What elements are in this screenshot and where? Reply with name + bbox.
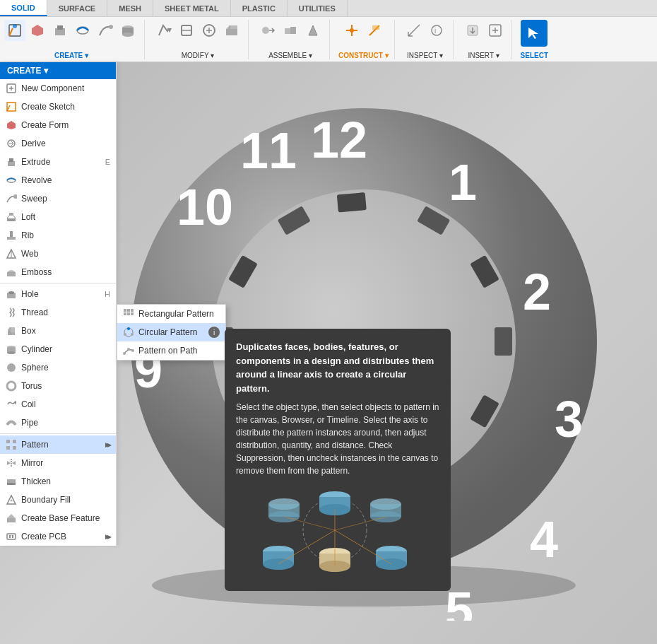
circular-pattern-icon — [123, 327, 134, 338]
menu-web[interactable]: Web — [0, 245, 116, 263]
cylinder-icon[interactable] — [117, 20, 138, 41]
revolve-icon[interactable] — [72, 20, 93, 41]
insert-icon-2[interactable] — [485, 20, 506, 41]
cylinder-menu-icon — [6, 344, 17, 355]
pipe-icon — [6, 417, 17, 428]
svg-line-61 — [7, 216, 9, 218]
derive-label: Derive — [21, 139, 46, 148]
create-label[interactable]: CREATE ▾ — [54, 52, 88, 59]
cylinder-label: Cylinder — [21, 344, 52, 354]
menu-loft[interactable]: Loft — [0, 208, 116, 226]
svg-text:2: 2 — [523, 264, 551, 320]
menu-rib[interactable]: Rib — [0, 226, 116, 245]
modify-label[interactable]: MODIFY ▾ — [182, 52, 214, 59]
svg-point-95 — [124, 333, 126, 336]
inspect-icon-2[interactable]: i — [426, 20, 447, 41]
inspect-icon-1[interactable] — [403, 20, 425, 41]
rib-icon — [6, 230, 17, 241]
menu-box[interactable]: Box — [0, 322, 116, 340]
svg-point-93 — [127, 327, 130, 330]
menu-emboss[interactable]: Emboss — [0, 263, 116, 281]
menu-sphere[interactable]: Sphere — [0, 358, 116, 377]
hole-shortcut: H — [105, 290, 110, 298]
menu-cylinder[interactable]: Cylinder — [0, 340, 116, 358]
submenu-pattern-on-path[interactable]: Pattern on Path — [117, 341, 225, 360]
menu-torus[interactable]: Torus — [0, 377, 116, 395]
menu-boundary-fill[interactable]: Boundary Fill — [0, 491, 116, 509]
menu-create-form[interactable]: Create Form — [0, 116, 116, 134]
menu-mirror[interactable]: Mirror — [0, 454, 116, 472]
menu-coil[interactable]: Coil — [0, 395, 116, 414]
assemble-label-text: ASSEMBLE ▾ — [268, 52, 312, 59]
assemble-icon-1[interactable] — [257, 20, 278, 41]
construct-icon-2[interactable] — [364, 20, 385, 41]
svg-text:10: 10 — [177, 179, 233, 235]
construct-label[interactable]: CONSTRUCT ▾ — [338, 52, 389, 59]
tab-utilities[interactable]: UTILITIES — [288, 0, 348, 16]
create-label-text: CREATE ▾ — [54, 52, 88, 59]
menu-pipe[interactable]: Pipe — [0, 414, 116, 432]
tab-mesh[interactable]: MESH — [107, 0, 153, 16]
menu-thicken[interactable]: Thicken — [0, 472, 116, 491]
menu-pattern[interactable]: Pattern ▶ — [0, 435, 116, 454]
menu-new-component[interactable]: New Component — [0, 79, 116, 98]
tab-surface[interactable]: SURFACE — [47, 0, 108, 16]
svg-rect-66 — [7, 272, 16, 276]
select-icon[interactable] — [521, 20, 548, 47]
insert-label-text: INSERT ▾ — [468, 52, 499, 59]
assemble-icon-3[interactable] — [302, 20, 324, 41]
pcb-arrow: ▶ — [105, 533, 110, 540]
create-form-icon[interactable] — [27, 20, 48, 41]
circular-pattern-info-icon[interactable]: i — [208, 327, 220, 338]
construct-icon-1[interactable] — [341, 20, 362, 41]
svg-point-73 — [7, 363, 16, 372]
pcb-label: Create PCB — [21, 532, 66, 541]
modify-icon-3[interactable] — [199, 20, 220, 41]
svg-rect-56 — [9, 158, 13, 162]
tab-solid[interactable]: SOLID — [0, 0, 47, 16]
submenu-circular-pattern[interactable]: Circular Pattern i — [117, 323, 225, 341]
modify-icon-4[interactable] — [221, 20, 242, 41]
svg-point-2 — [13, 24, 17, 28]
sweep-icon — [6, 193, 17, 204]
create-sketch-icon[interactable] — [4, 20, 25, 41]
modify-icons — [153, 20, 242, 41]
menu-thread[interactable]: Thread — [0, 303, 116, 322]
assemble-icon-2[interactable] — [280, 20, 301, 41]
select-label-text: SELECT — [521, 52, 548, 59]
svg-text:4: 4 — [530, 511, 558, 568]
menu-create-sketch[interactable]: Create Sketch — [0, 98, 116, 116]
submenu-rectangular-pattern[interactable]: Rectangular Pattern — [117, 305, 225, 323]
create-dropdown-button[interactable]: CREATE ▾ — [0, 62, 116, 79]
inspect-label[interactable]: INSPECT ▾ — [407, 52, 443, 59]
tooltip-illustration — [236, 484, 434, 576]
rectangular-pattern-icon — [123, 308, 134, 320]
sweep-icon[interactable] — [95, 20, 116, 41]
tab-sheet-metal[interactable]: SHEET METAL — [153, 0, 231, 16]
assemble-label[interactable]: ASSEMBLE ▾ — [268, 52, 312, 59]
extrude-icon[interactable] — [49, 20, 71, 41]
menu-extrude[interactable]: Extrude E — [0, 153, 116, 171]
create-form-icon — [6, 119, 17, 131]
circular-pattern-label: Circular Pattern — [138, 327, 197, 337]
tab-plastic[interactable]: PLASTIC — [231, 0, 288, 16]
select-label[interactable]: SELECT — [521, 52, 548, 59]
menu-sweep[interactable]: Sweep — [0, 189, 116, 208]
modify-icon-1[interactable] — [153, 20, 174, 41]
menu-revolve[interactable]: Revolve — [0, 171, 116, 189]
svg-rect-55 — [8, 161, 15, 166]
modify-icon-2[interactable] — [176, 20, 197, 41]
modify-label-text: MODIFY ▾ — [182, 52, 214, 59]
insert-label[interactable]: INSERT ▾ — [468, 52, 499, 59]
circular-pattern-tooltip: Duplicates faces, bodies, features, or c… — [225, 329, 451, 591]
menu-create-base-feature[interactable]: Create Base Feature — [0, 509, 116, 527]
menu-derive[interactable]: Derive — [0, 134, 116, 153]
thicken-label: Thicken — [21, 476, 51, 486]
menu-hole[interactable]: Hole H — [0, 285, 116, 303]
create-sketch-label: Create Sketch — [21, 102, 75, 112]
insert-icon-1[interactable] — [462, 20, 483, 41]
svg-rect-89 — [124, 312, 126, 315]
menu-create-pcb[interactable]: Create PCB ▶ — [0, 527, 116, 546]
svg-line-19 — [408, 25, 420, 36]
pattern-arrow: ▶ — [105, 441, 110, 448]
